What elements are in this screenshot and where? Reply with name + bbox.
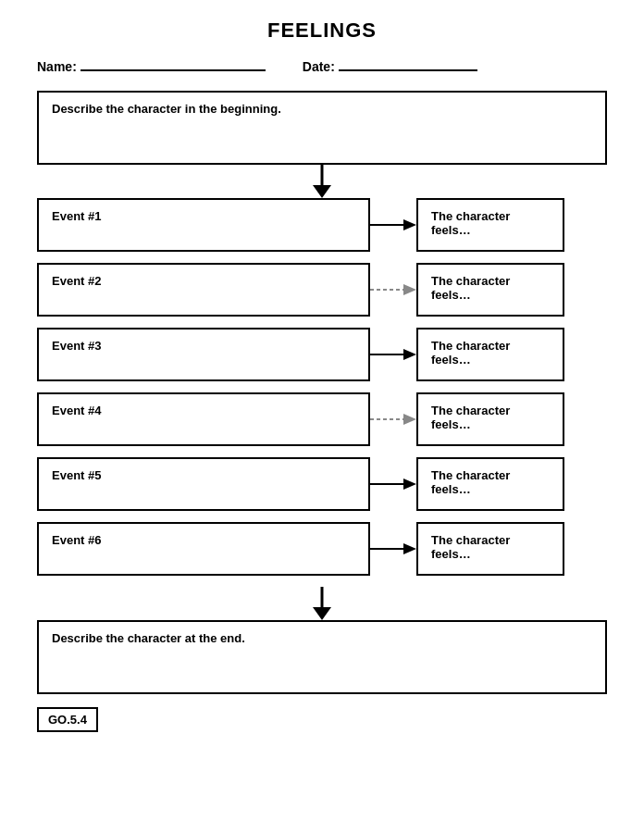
top-box: Describe the character in the beginning. [37,91,607,165]
feels-box-event4: The character feels… [416,392,564,446]
svg-marker-5 [403,284,416,295]
event-box-event6: Event #6 [37,522,370,576]
arrow-right-event2 [370,280,416,299]
svg-marker-7 [403,349,416,360]
arrow-right-event4 [370,410,416,429]
name-date-row: Name: Date: [37,59,607,74]
code-box: GO.5.4 [37,707,98,732]
date-line [339,69,477,71]
date-label: Date: [303,59,335,74]
arrow-right-event5 [370,475,416,493]
svg-marker-1 [313,185,331,198]
feels-box-event6: The character feels… [416,522,564,576]
event-box-event3: Event #3 [37,328,370,381]
event-box-event4: Event #4 [37,392,370,446]
feels-box-event1: The character feels… [416,198,564,252]
feels-box-event5: The character feels… [416,457,564,511]
arrow-right-event6 [370,540,416,558]
event-box-event2: Event #2 [37,263,370,317]
bottom-box: Describe the character at the end. [37,620,607,694]
svg-marker-9 [403,414,416,425]
event-row-event5: Event #5 The character feels… [37,457,607,511]
event-row-event6: Event #6 The character feels… [37,522,607,576]
event-box-event5: Event #5 [37,457,370,511]
event-row-event2: Event #2 The character feels… [37,263,607,317]
name-line [80,69,266,71]
page-title: FEELINGS [37,19,607,43]
event-row-event1: Event #1 The character feels… [37,198,607,252]
arrow-right-event3 [370,345,416,364]
feels-box-event3: The character feels… [416,328,564,381]
name-label: Name: [37,59,77,74]
arrow-right-event1 [370,216,416,234]
down-arrow-bottom [37,587,607,620]
event-row-event4: Event #4 The character feels… [37,392,607,446]
event-box-event1: Event #1 [37,198,370,252]
svg-marker-15 [313,607,331,620]
svg-marker-13 [403,543,416,554]
feels-box-event2: The character feels… [416,263,564,317]
events-container: Event #1 The character feels…Event #2 Th… [37,198,607,576]
down-arrow-top [37,165,607,198]
svg-marker-11 [403,479,416,490]
event-row-event3: Event #3 The character feels… [37,328,607,381]
svg-marker-3 [403,219,416,230]
